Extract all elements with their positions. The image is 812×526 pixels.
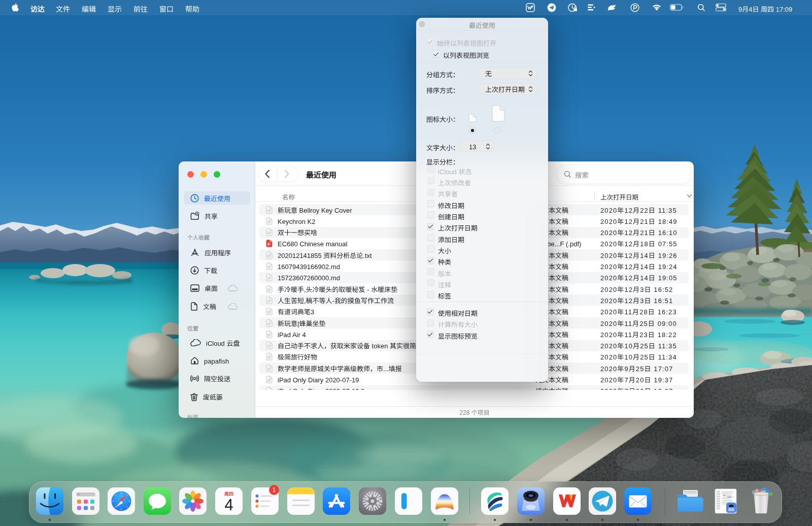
svg-text:1: 1 <box>273 484 276 494</box>
svg-text:P: P <box>267 242 270 247</box>
svg-text:4: 4 <box>224 492 233 515</box>
